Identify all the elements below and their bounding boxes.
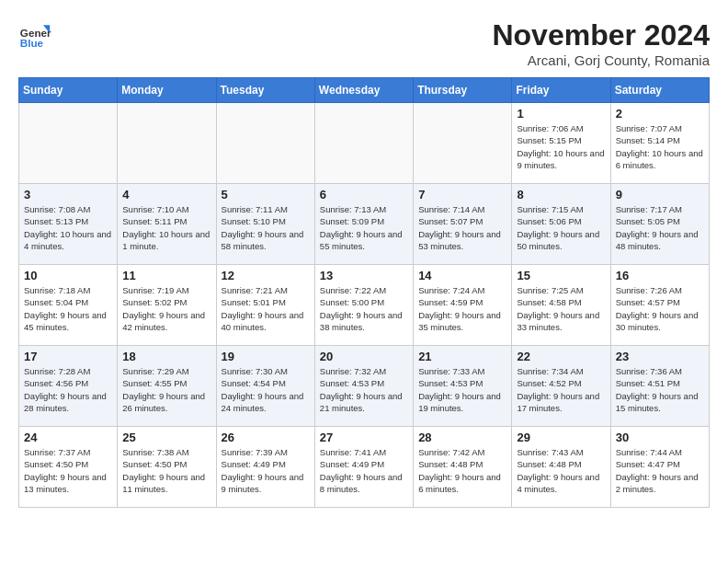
day-number: 7 [418,188,506,201]
day-number: 28 [418,431,506,444]
day-info: Sunrise: 7:28 AM Sunset: 4:56 PM Dayligh… [24,365,112,414]
calendar-day-cell: 25Sunrise: 7:38 AM Sunset: 4:50 PM Dayli… [118,427,216,508]
day-info: Sunrise: 7:34 AM Sunset: 4:52 PM Dayligh… [517,365,605,414]
day-info: Sunrise: 7:15 AM Sunset: 5:06 PM Dayligh… [517,203,605,252]
calendar-day-cell [19,103,118,184]
day-info: Sunrise: 7:43 AM Sunset: 4:48 PM Dayligh… [517,446,605,495]
calendar-day-cell: 12Sunrise: 7:21 AM Sunset: 5:01 PM Dayli… [216,265,314,346]
day-info: Sunrise: 7:11 AM Sunset: 5:10 PM Dayligh… [222,203,310,252]
calendar-day-cell: 23Sunrise: 7:36 AM Sunset: 4:51 PM Dayli… [610,346,709,427]
calendar-day-cell [118,103,216,184]
day-number: 16 [616,269,704,282]
weekday-header: Thursday [414,78,512,103]
calendar-day-cell: 11Sunrise: 7:19 AM Sunset: 5:02 PM Dayli… [118,265,216,346]
day-number: 13 [320,269,408,282]
calendar-day-cell: 4Sunrise: 7:10 AM Sunset: 5:11 PM Daylig… [118,184,216,265]
weekday-header: Saturday [610,78,709,103]
day-number: 25 [122,431,210,444]
day-info: Sunrise: 7:10 AM Sunset: 5:11 PM Dayligh… [122,203,210,252]
day-number: 11 [122,269,210,282]
day-info: Sunrise: 7:39 AM Sunset: 4:49 PM Dayligh… [222,446,310,495]
calendar-day-cell: 28Sunrise: 7:42 AM Sunset: 4:48 PM Dayli… [414,427,512,508]
day-number: 27 [320,431,408,444]
day-number: 4 [122,188,210,201]
day-info: Sunrise: 7:06 AM Sunset: 5:15 PM Dayligh… [517,122,605,171]
day-number: 6 [320,188,408,201]
day-number: 26 [222,431,310,444]
day-number: 20 [320,350,408,363]
day-number: 30 [616,431,704,444]
calendar-day-cell: 10Sunrise: 7:18 AM Sunset: 5:04 PM Dayli… [19,265,118,346]
day-info: Sunrise: 7:41 AM Sunset: 4:49 PM Dayligh… [320,446,408,495]
day-info: Sunrise: 7:42 AM Sunset: 4:48 PM Dayligh… [418,446,506,495]
day-number: 12 [222,269,310,282]
title-section: November 2024 Arcani, Gorj County, Roman… [492,18,710,68]
day-info: Sunrise: 7:07 AM Sunset: 5:14 PM Dayligh… [616,122,704,171]
weekday-header: Tuesday [216,78,314,103]
calendar-day-cell [414,103,512,184]
day-number: 10 [24,269,112,282]
weekday-header: Wednesday [314,78,413,103]
calendar-day-cell: 27Sunrise: 7:41 AM Sunset: 4:49 PM Dayli… [314,427,413,508]
calendar-day-cell: 8Sunrise: 7:15 AM Sunset: 5:06 PM Daylig… [512,184,610,265]
calendar-day-cell: 16Sunrise: 7:26 AM Sunset: 4:57 PM Dayli… [610,265,709,346]
calendar-day-cell: 17Sunrise: 7:28 AM Sunset: 4:56 PM Dayli… [19,346,118,427]
calendar-week-row: 3Sunrise: 7:08 AM Sunset: 5:13 PM Daylig… [19,184,710,265]
calendar-day-cell: 29Sunrise: 7:43 AM Sunset: 4:48 PM Dayli… [512,427,610,508]
day-number: 3 [24,188,112,201]
day-info: Sunrise: 7:14 AM Sunset: 5:07 PM Dayligh… [418,203,506,252]
svg-text:Blue: Blue [20,37,44,49]
day-number: 15 [517,269,605,282]
day-number: 8 [517,188,605,201]
month-year-title: November 2024 [492,18,710,52]
calendar-day-cell: 18Sunrise: 7:29 AM Sunset: 4:55 PM Dayli… [118,346,216,427]
logo: General Blue [18,18,51,52]
calendar-day-cell: 9Sunrise: 7:17 AM Sunset: 5:05 PM Daylig… [610,184,709,265]
calendar-week-row: 24Sunrise: 7:37 AM Sunset: 4:50 PM Dayli… [19,427,710,508]
day-number: 5 [222,188,310,201]
day-info: Sunrise: 7:18 AM Sunset: 5:04 PM Dayligh… [24,284,112,333]
day-number: 23 [616,350,704,363]
day-number: 18 [122,350,210,363]
calendar-week-row: 17Sunrise: 7:28 AM Sunset: 4:56 PM Dayli… [19,346,710,427]
calendar-header-row: SundayMondayTuesdayWednesdayThursdayFrid… [19,78,710,103]
day-info: Sunrise: 7:37 AM Sunset: 4:50 PM Dayligh… [24,446,112,495]
calendar-day-cell: 1Sunrise: 7:06 AM Sunset: 5:15 PM Daylig… [512,103,610,184]
logo-icon: General Blue [18,18,51,52]
calendar-body: 1Sunrise: 7:06 AM Sunset: 5:15 PM Daylig… [19,103,710,508]
page-header: General Blue November 2024 Arcani, Gorj … [18,18,710,68]
calendar-day-cell: 26Sunrise: 7:39 AM Sunset: 4:49 PM Dayli… [216,427,314,508]
weekday-header: Friday [512,78,610,103]
calendar-day-cell: 15Sunrise: 7:25 AM Sunset: 4:58 PM Dayli… [512,265,610,346]
day-info: Sunrise: 7:29 AM Sunset: 4:55 PM Dayligh… [122,365,210,414]
day-info: Sunrise: 7:24 AM Sunset: 4:59 PM Dayligh… [418,284,506,333]
day-info: Sunrise: 7:21 AM Sunset: 5:01 PM Dayligh… [222,284,310,333]
calendar-day-cell: 14Sunrise: 7:24 AM Sunset: 4:59 PM Dayli… [414,265,512,346]
day-number: 9 [616,188,704,201]
calendar-table: SundayMondayTuesdayWednesdayThursdayFrid… [18,77,710,508]
day-info: Sunrise: 7:19 AM Sunset: 5:02 PM Dayligh… [122,284,210,333]
day-number: 29 [517,431,605,444]
day-info: Sunrise: 7:30 AM Sunset: 4:54 PM Dayligh… [222,365,310,414]
day-info: Sunrise: 7:08 AM Sunset: 5:13 PM Dayligh… [24,203,112,252]
day-info: Sunrise: 7:26 AM Sunset: 4:57 PM Dayligh… [616,284,704,333]
day-info: Sunrise: 7:22 AM Sunset: 5:00 PM Dayligh… [320,284,408,333]
calendar-week-row: 10Sunrise: 7:18 AM Sunset: 5:04 PM Dayli… [19,265,710,346]
calendar-day-cell: 2Sunrise: 7:07 AM Sunset: 5:14 PM Daylig… [610,103,709,184]
calendar-day-cell: 30Sunrise: 7:44 AM Sunset: 4:47 PM Dayli… [610,427,709,508]
calendar-day-cell: 6Sunrise: 7:13 AM Sunset: 5:09 PM Daylig… [314,184,413,265]
day-info: Sunrise: 7:32 AM Sunset: 4:53 PM Dayligh… [320,365,408,414]
location-subtitle: Arcani, Gorj County, Romania [492,52,710,68]
calendar-day-cell [216,103,314,184]
calendar-day-cell: 5Sunrise: 7:11 AM Sunset: 5:10 PM Daylig… [216,184,314,265]
weekday-header: Monday [118,78,216,103]
day-info: Sunrise: 7:44 AM Sunset: 4:47 PM Dayligh… [616,446,704,495]
calendar-week-row: 1Sunrise: 7:06 AM Sunset: 5:15 PM Daylig… [19,103,710,184]
day-info: Sunrise: 7:33 AM Sunset: 4:53 PM Dayligh… [418,365,506,414]
day-info: Sunrise: 7:36 AM Sunset: 4:51 PM Dayligh… [616,365,704,414]
day-info: Sunrise: 7:38 AM Sunset: 4:50 PM Dayligh… [122,446,210,495]
day-number: 21 [418,350,506,363]
calendar-day-cell: 22Sunrise: 7:34 AM Sunset: 4:52 PM Dayli… [512,346,610,427]
day-info: Sunrise: 7:17 AM Sunset: 5:05 PM Dayligh… [616,203,704,252]
day-number: 19 [222,350,310,363]
